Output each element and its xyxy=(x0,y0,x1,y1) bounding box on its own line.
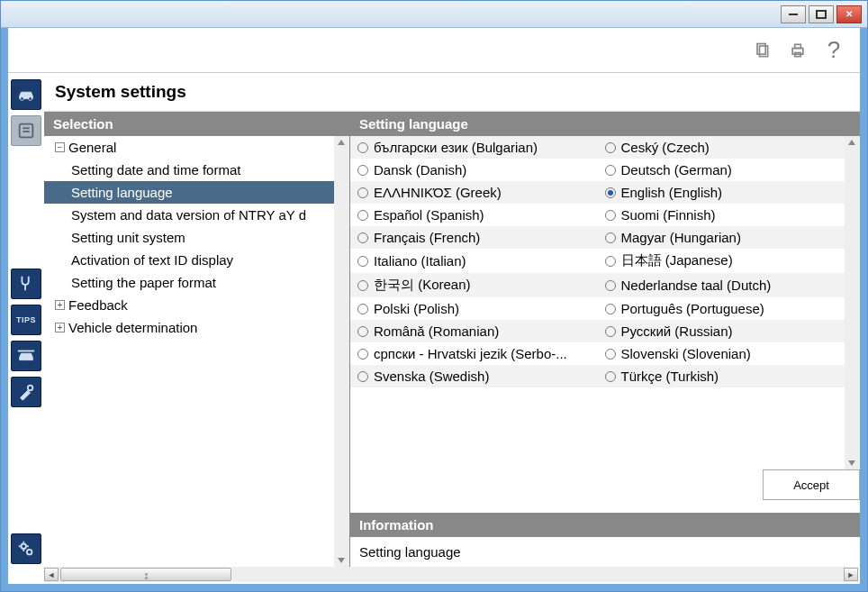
tree-item-language[interactable]: Setting language xyxy=(44,181,334,204)
radio-icon xyxy=(605,256,616,267)
language-option[interactable]: Svenska (Swedish) xyxy=(350,365,598,387)
sidebar-vehicle2-icon[interactable] xyxy=(11,341,41,371)
tree-label: System and data version of NTRY aY d xyxy=(71,207,306,223)
language-option[interactable]: Français (French) xyxy=(350,226,598,249)
accept-button[interactable]: Accept xyxy=(763,469,860,500)
sidebar-diagnostics-icon[interactable] xyxy=(11,269,41,299)
minimize-button[interactable] xyxy=(781,5,806,23)
close-button[interactable] xyxy=(836,5,862,23)
language-label: Deutsch (German) xyxy=(621,162,732,178)
language-option[interactable]: български език (Bulgarian) xyxy=(350,136,598,159)
sidebar-list-icon[interactable] xyxy=(11,115,41,146)
language-label: Ceský (Czech) xyxy=(621,140,710,155)
language-option[interactable]: Русский (Russian) xyxy=(598,320,845,342)
help-icon[interactable]: ? xyxy=(824,41,844,60)
language-option[interactable]: Suomi (Finnish) xyxy=(598,204,845,226)
tree-label: Setting unit system xyxy=(71,230,185,245)
language-label: Magyar (Hungarian) xyxy=(621,230,741,245)
language-option[interactable]: 日本語 (Japanese) xyxy=(598,249,845,273)
radio-icon xyxy=(357,165,368,176)
tree-item-units[interactable]: Setting unit system xyxy=(44,226,334,249)
radio-icon xyxy=(357,142,368,153)
tree-item-textid[interactable]: Activation of text ID display xyxy=(44,249,334,271)
radio-icon xyxy=(357,187,368,198)
scroll-left-arrow[interactable]: ◄ xyxy=(44,568,59,581)
language-option[interactable]: Slovenski (Slovenian) xyxy=(598,342,845,365)
language-option[interactable]: Español (Spanish) xyxy=(350,204,598,226)
language-row: Italiano (Italian)日本語 (Japanese) xyxy=(350,249,845,273)
language-grid: български език (Bulgarian)Ceský (Czech)D… xyxy=(350,136,845,469)
language-option[interactable]: Português (Portuguese) xyxy=(598,297,845,320)
language-option[interactable]: Dansk (Danish) xyxy=(350,159,598,181)
titlebar xyxy=(1,1,867,28)
sidebar-tool-icon[interactable] xyxy=(11,377,41,407)
selection-tree: −General Setting date and time format Se… xyxy=(44,136,349,567)
window-frame: ? TIPS xyxy=(0,0,868,592)
scroll-thumb[interactable] xyxy=(60,568,231,581)
language-row: Svenska (Swedish)Türkçe (Turkish) xyxy=(350,365,845,387)
language-label: 日本語 (Japanese) xyxy=(621,252,733,269)
tree-item-datetime[interactable]: Setting date and time format xyxy=(44,159,334,181)
language-scrollbar[interactable] xyxy=(845,136,860,469)
language-option[interactable]: Ceský (Czech) xyxy=(598,136,845,159)
radio-icon xyxy=(357,371,368,382)
tree-feedback[interactable]: +Feedback xyxy=(44,294,334,316)
tree-general[interactable]: −General xyxy=(44,136,334,159)
radio-icon xyxy=(357,256,368,267)
print-icon[interactable] xyxy=(788,41,808,60)
client-area: ? TIPS xyxy=(1,28,867,591)
language-row: Español (Spanish)Suomi (Finnish) xyxy=(350,204,845,226)
information-body: Setting language xyxy=(350,537,860,567)
language-row: български език (Bulgarian)Ceský (Czech) xyxy=(350,136,845,159)
language-option[interactable]: 한국의 (Korean) xyxy=(350,273,598,297)
radio-icon xyxy=(605,371,616,382)
language-option[interactable]: Magyar (Hungarian) xyxy=(598,226,845,249)
copy-icon[interactable] xyxy=(752,41,772,60)
tree-label: Vehicle determination xyxy=(68,320,197,335)
maximize-button[interactable] xyxy=(809,5,834,23)
accept-bar: Accept xyxy=(350,469,860,500)
tree-item-paper[interactable]: Setting the paper format xyxy=(44,271,334,294)
tree-label: Setting the paper format xyxy=(71,275,216,290)
language-row: ΕΛΛΗΝΙΚΌΣ (Greek)English (English) xyxy=(350,181,845,204)
language-label: Türkçe (Turkish) xyxy=(621,369,719,384)
tree-item-version[interactable]: System and data version of NTRY aY d xyxy=(44,204,334,226)
language-option[interactable]: Türkçe (Turkish) xyxy=(598,365,845,387)
language-label: Português (Portuguese) xyxy=(621,301,764,316)
language-option[interactable]: српски - Hrvatski jezik (Serbo-... xyxy=(350,342,598,365)
sidebar-tips-button[interactable]: TIPS xyxy=(11,305,41,335)
sidebar-settings-icon[interactable] xyxy=(11,533,41,564)
tree-label: Setting language xyxy=(71,185,173,200)
language-label: Slovenski (Slovenian) xyxy=(621,346,751,361)
scroll-right-arrow[interactable]: ► xyxy=(844,568,858,581)
tree-scrollbar[interactable] xyxy=(334,136,349,567)
radio-icon xyxy=(605,349,616,360)
horizontal-scrollbar[interactable]: ◄ ► xyxy=(44,567,858,582)
tree-label: Activation of text ID display xyxy=(71,252,233,268)
language-row: Dansk (Danish)Deutsch (German) xyxy=(350,159,845,181)
language-option[interactable]: English (English) xyxy=(598,181,845,204)
language-row: српски - Hrvatski jezik (Serbo-...Sloven… xyxy=(350,342,845,365)
language-option[interactable]: Nederlandse taal (Dutch) xyxy=(598,273,845,297)
language-row: Română (Romanian)Русский (Russian) xyxy=(350,320,845,342)
language-label: српски - Hrvatski jezik (Serbo-... xyxy=(374,346,567,361)
sidebar-vehicle-icon[interactable] xyxy=(11,79,41,110)
language-label: Français (French) xyxy=(374,230,480,245)
tree-label: Setting date and time format xyxy=(71,162,240,178)
tree-vehicle[interactable]: +Vehicle determination xyxy=(44,316,334,339)
content-column: System settings Selection −General Setti… xyxy=(44,73,860,567)
language-label: Svenska (Swedish) xyxy=(374,369,489,384)
radio-icon xyxy=(357,304,368,314)
radio-icon xyxy=(357,210,368,221)
language-label: Русский (Russian) xyxy=(621,323,733,339)
radio-icon xyxy=(605,187,616,198)
language-option[interactable]: Română (Romanian) xyxy=(350,320,598,342)
language-option[interactable]: Polski (Polish) xyxy=(350,297,598,320)
radio-icon xyxy=(605,232,616,243)
language-option[interactable]: Deutsch (German) xyxy=(598,159,845,181)
language-option[interactable]: ΕΛΛΗΝΙΚΌΣ (Greek) xyxy=(350,181,598,204)
tree-label: Feedback xyxy=(68,297,128,313)
selection-header: Selection xyxy=(44,112,349,136)
language-option[interactable]: Italiano (Italian) xyxy=(350,249,598,273)
selection-pane: Selection −General Setting date and time… xyxy=(44,112,350,567)
